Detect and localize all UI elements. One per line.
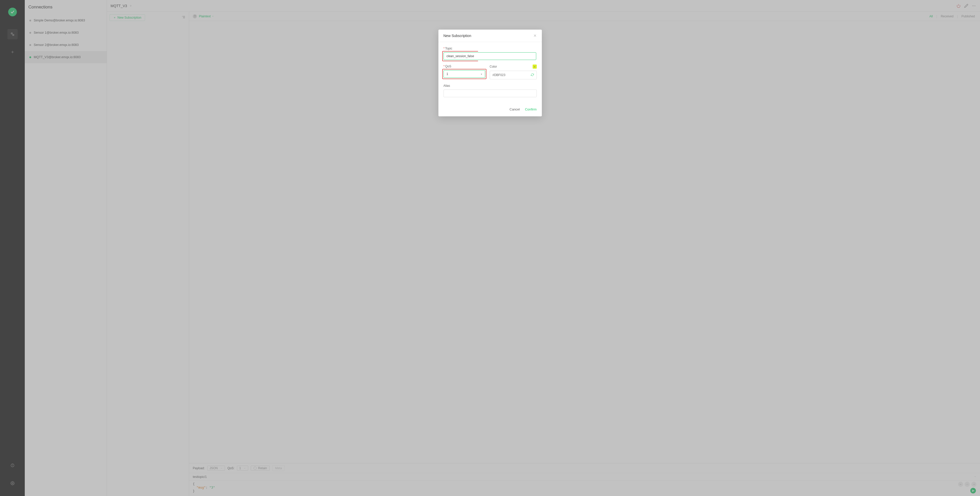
qos-field-label: QoS bbox=[445, 65, 451, 68]
topic-label: Topic bbox=[445, 47, 452, 50]
color-input[interactable] bbox=[493, 73, 531, 77]
confirm-button[interactable]: Confirm bbox=[525, 108, 537, 111]
color-swatch-picker[interactable]: ▾ bbox=[533, 65, 537, 69]
modal-title: New Subscription bbox=[444, 34, 471, 38]
qos-field-select[interactable]: 1 ▾ bbox=[444, 70, 485, 78]
new-subscription-modal: New Subscription ✕ *Topic *QoS 1 ▾ bbox=[438, 30, 542, 116]
alias-input[interactable] bbox=[444, 90, 537, 97]
refresh-color-icon[interactable] bbox=[531, 73, 534, 77]
topic-input[interactable] bbox=[444, 52, 536, 60]
close-icon[interactable]: ✕ bbox=[533, 33, 537, 38]
cancel-button[interactable]: Cancel bbox=[510, 108, 520, 111]
modal-overlay[interactable]: New Subscription ✕ *Topic *QoS 1 ▾ bbox=[0, 0, 980, 496]
alias-label: Alias bbox=[444, 84, 450, 87]
color-label: Color bbox=[490, 65, 497, 68]
